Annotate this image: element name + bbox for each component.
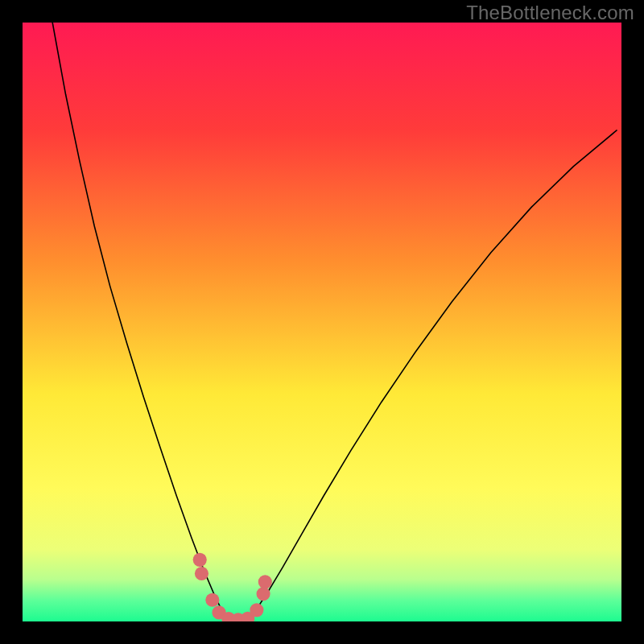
valley-dot xyxy=(250,603,263,617)
gradient-bg xyxy=(23,23,621,621)
chart-svg xyxy=(23,23,621,621)
valley-dot xyxy=(257,587,270,601)
valley-dot xyxy=(205,593,219,607)
plot-container xyxy=(23,23,621,621)
valley-dot xyxy=(195,567,208,580)
valley-dot xyxy=(193,553,207,567)
watermark-text: TheBottleneck.com xyxy=(466,2,634,24)
valley-dot xyxy=(258,575,272,588)
chart-frame: TheBottleneck.com xyxy=(0,0,644,644)
